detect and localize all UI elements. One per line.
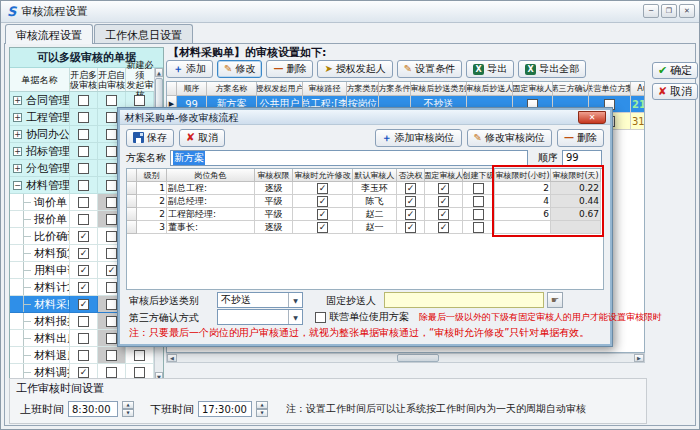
dialog-cancel-button[interactable]: ✘取消 — [179, 129, 225, 147]
checkbox[interactable]: ✓ — [317, 196, 328, 207]
checkbox[interactable] — [473, 183, 484, 194]
checkbox[interactable] — [78, 95, 89, 106]
checkbox[interactable] — [106, 95, 117, 106]
order-input[interactable]: 99 — [562, 150, 602, 166]
scroll-up-icon[interactable]: ▲ — [155, 68, 163, 77]
checkbox[interactable]: ✓ — [438, 209, 449, 220]
delete-button[interactable]: —删除 — [266, 60, 313, 78]
edit-audit-post-button[interactable]: ✎修改审核岗位 — [467, 129, 552, 147]
scrollbar-thumb[interactable] — [397, 354, 439, 362]
spin-down-icon[interactable]: ▼ — [256, 409, 268, 417]
checkbox[interactable] — [473, 222, 484, 233]
checkbox[interactable]: ✓ — [317, 183, 328, 194]
export-button[interactable]: X导出 — [466, 60, 514, 78]
checkbox[interactable] — [78, 350, 89, 361]
checkbox[interactable]: ✓ — [78, 265, 89, 276]
checkbox[interactable] — [78, 316, 89, 327]
picker-hand-icon[interactable]: ☛ — [547, 292, 563, 308]
checkbox[interactable] — [106, 163, 117, 174]
scroll-left-icon[interactable]: ◀ — [167, 354, 177, 362]
checkbox[interactable] — [106, 129, 117, 140]
expand-icon[interactable]: + — [13, 130, 22, 139]
checkbox[interactable]: ✓ — [438, 196, 449, 207]
expand-icon[interactable]: + — [13, 113, 22, 122]
checkbox[interactable] — [78, 180, 89, 191]
checkbox[interactable] — [106, 333, 117, 344]
checkbox[interactable] — [106, 180, 117, 191]
horizontal-scrollbar[interactable]: ◀ ▶ — [166, 353, 645, 363]
checkbox[interactable] — [106, 316, 117, 327]
checkbox[interactable]: ✓ — [438, 222, 449, 233]
cc-type-select[interactable]: 不抄送 ▼ — [217, 292, 303, 308]
checkbox[interactable] — [106, 231, 117, 242]
checkbox[interactable] — [106, 214, 117, 225]
plan-name-input[interactable]: 新方案 — [170, 150, 528, 166]
table-row[interactable]: 2副总经理:平级✓陈飞✓✓40.44 — [127, 195, 603, 208]
start-time-input[interactable]: 8:30:00 — [68, 401, 118, 417]
checkbox[interactable] — [78, 129, 89, 140]
set-condition-button[interactable]: ✎设置条件 — [397, 60, 462, 78]
authorize-initiator-button[interactable]: ➤授权发起人 — [317, 60, 392, 78]
checkbox[interactable]: ✓ — [78, 231, 89, 242]
add-audit-post-button[interactable]: ＋添加审核岗位 — [375, 129, 462, 147]
spin-down-icon[interactable]: ▼ — [122, 409, 134, 417]
collapse-icon[interactable]: − — [13, 181, 22, 190]
tab-rest-day-settings[interactable]: 工作休息日设置 — [94, 24, 193, 43]
checkbox[interactable] — [78, 146, 89, 157]
chevron-down-icon[interactable]: ▼ — [288, 293, 302, 307]
checkbox[interactable]: ✓ — [106, 265, 117, 276]
checkbox[interactable] — [134, 95, 145, 106]
checkbox[interactable] — [106, 299, 117, 310]
left-item-row[interactable]: 材料退库单 — [10, 347, 163, 364]
checkbox[interactable]: ✓ — [78, 282, 89, 293]
checkbox[interactable] — [473, 209, 484, 220]
maximize-button[interactable]: ❐ — [661, 4, 677, 18]
checkbox[interactable]: ✓ — [317, 209, 328, 220]
checkbox[interactable] — [106, 112, 117, 123]
table-row[interactable]: 3董事长:逐级✓赵一✓✓ — [127, 221, 603, 234]
chevron-down-icon[interactable]: ▼ — [288, 310, 302, 324]
checkbox[interactable]: ✓ — [78, 299, 89, 310]
tab-audit-flow-settings[interactable]: 审核流程设置 — [5, 24, 93, 44]
close-button[interactable]: ✕ — [679, 4, 695, 18]
checkbox[interactable] — [106, 197, 117, 208]
edit-button[interactable]: ✎修改 — [217, 60, 262, 78]
left-group-row[interactable]: +合同管理 — [10, 92, 163, 109]
third-party-select[interactable]: ▼ — [217, 309, 303, 325]
checkbox[interactable] — [106, 248, 117, 259]
table-row[interactable]: 1副总工程:逐级✓李玉环✓✓20.22 — [127, 182, 603, 195]
minimize-button[interactable]: ─ — [643, 4, 659, 18]
ok-button[interactable]: ✔ 确定 — [652, 62, 698, 79]
checkbox[interactable] — [106, 350, 117, 361]
spin-up-icon[interactable]: ▲ — [256, 401, 268, 409]
delete-audit-post-button[interactable]: —删除 — [557, 129, 604, 147]
end-time-stepper[interactable]: ▲▼ — [256, 401, 268, 417]
checkbox[interactable] — [106, 282, 117, 293]
checkbox[interactable] — [134, 367, 145, 378]
checkbox[interactable] — [78, 197, 89, 208]
checkbox[interactable]: ✓ — [78, 367, 89, 378]
fixed-cc-input[interactable] — [384, 292, 544, 308]
checkbox[interactable] — [473, 196, 484, 207]
checkbox[interactable] — [78, 163, 89, 174]
dialog-close-button[interactable]: ✕ — [578, 111, 606, 124]
table-row[interactable]: 2工程部经理:平级✓赵二✓✓60.67 — [127, 208, 603, 221]
expand-icon[interactable]: + — [13, 147, 22, 156]
expand-icon[interactable]: + — [13, 96, 22, 105]
export-all-button[interactable]: X导出全部 — [518, 60, 586, 78]
checkbox[interactable]: ✓ — [438, 183, 449, 194]
scroll-right-icon[interactable]: ▶ — [634, 354, 644, 362]
checkbox[interactable]: ✓ — [405, 196, 416, 207]
checkbox[interactable]: ✓ — [405, 209, 416, 220]
checkbox[interactable] — [134, 350, 145, 361]
end-time-input[interactable]: 17:30:00 — [198, 401, 252, 417]
start-time-stepper[interactable]: ▲▼ — [122, 401, 134, 417]
checkbox[interactable] — [106, 146, 117, 157]
expand-icon[interactable]: + — [13, 164, 22, 173]
checkbox[interactable]: ✓ — [405, 183, 416, 194]
checkbox[interactable] — [78, 333, 89, 344]
checkbox[interactable] — [78, 214, 89, 225]
checkbox[interactable]: ✓ — [78, 248, 89, 259]
spin-up-icon[interactable]: ▲ — [122, 401, 134, 409]
save-button[interactable]: 保存 — [126, 129, 174, 147]
